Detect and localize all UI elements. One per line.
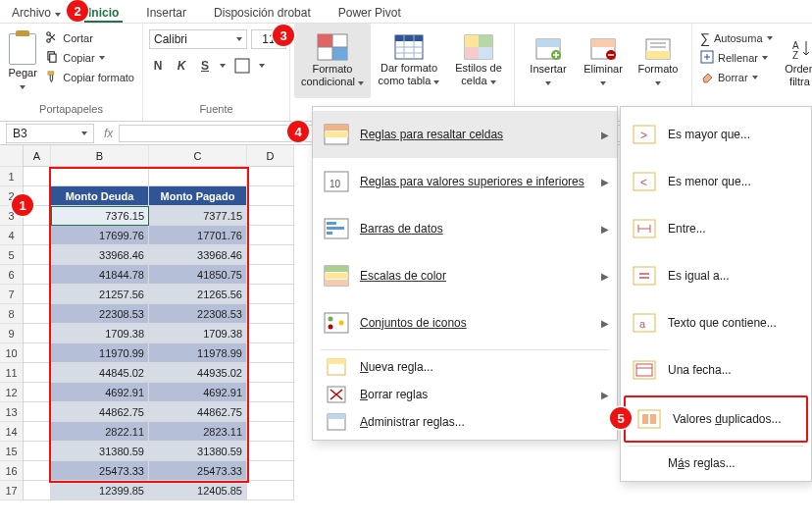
row-header[interactable]: 7	[0, 285, 23, 304]
cell[interactable]	[247, 422, 294, 442]
menu-top-bottom-rules[interactable]: 10 Reglas para valores superiores e infe…	[313, 158, 617, 205]
cell[interactable]	[24, 245, 51, 265]
fill-button[interactable]: Rellenar	[698, 49, 775, 67]
cell[interactable]	[24, 402, 51, 422]
cell[interactable]	[24, 285, 51, 304]
cell[interactable]	[247, 167, 294, 186]
cell[interactable]: 17699.76	[51, 226, 149, 245]
cell[interactable]: 31380.59	[51, 442, 149, 461]
row-header[interactable]: 8	[0, 304, 23, 324]
cell[interactable]	[51, 167, 149, 186]
menu-data-bars[interactable]: Barras de datos ▶	[313, 205, 617, 252]
cell[interactable]: 21257.56	[51, 285, 149, 304]
cell[interactable]	[24, 461, 51, 481]
cell[interactable]	[247, 461, 294, 481]
cell[interactable]	[24, 442, 51, 461]
menu-text-contains[interactable]: a Texto que contiene...	[621, 299, 811, 346]
menu-a-date[interactable]: Una fecha...	[621, 346, 811, 394]
menu-duplicate-values[interactable]: Valores duplicados...	[624, 395, 808, 443]
cell[interactable]	[247, 285, 294, 304]
row-header[interactable]: 1	[0, 167, 23, 186]
cell[interactable]: 4692.91	[149, 383, 247, 402]
tab-insertar[interactable]: Insertar	[142, 4, 190, 23]
cell[interactable]	[24, 481, 51, 500]
row-header[interactable]: 4	[0, 226, 23, 245]
cut-button[interactable]: Cortar	[43, 29, 136, 47]
menu-less-than[interactable]: < Es menor que...	[621, 158, 811, 205]
cell[interactable]: 41844.78	[51, 265, 149, 285]
cell[interactable]: 17701.76	[149, 226, 247, 245]
clear-button[interactable]: Borrar	[698, 69, 775, 86]
cell[interactable]: 2822.11	[51, 422, 149, 442]
underline-button[interactable]: S	[196, 57, 214, 75]
cell[interactable]: 12399.85	[51, 481, 149, 500]
row-header[interactable]: 6	[0, 265, 23, 285]
menu-between[interactable]: Entre...	[621, 205, 811, 252]
autosum-button[interactable]: ∑Autosuma	[698, 29, 775, 47]
conditional-formatting-button[interactable]: Formatocondicional	[294, 24, 371, 98]
cell[interactable]	[247, 363, 294, 383]
cell[interactable]	[247, 402, 294, 422]
cell[interactable]: 44935.02	[149, 363, 247, 383]
format-painter-button[interactable]: Copiar formato	[43, 69, 136, 86]
cell[interactable]: 25473.33	[51, 461, 149, 481]
menu-highlight-rules[interactable]: Reglas para resaltar celdas ▶	[313, 111, 617, 158]
menu-manage-rules[interactable]: Administrar reglas...	[313, 408, 617, 436]
cell[interactable]: 33968.46	[51, 245, 149, 265]
cell[interactable]: 25473.33	[149, 461, 247, 481]
sort-filter-button[interactable]: AZ Ordenfiltra	[779, 26, 812, 100]
cell[interactable]: 22308.53	[51, 304, 149, 324]
cell[interactable]	[247, 324, 294, 343]
italic-button[interactable]: K	[173, 57, 190, 75]
delete-cells-button[interactable]: Eliminar	[576, 26, 631, 100]
col-header[interactable]: D	[247, 145, 294, 167]
cell[interactable]	[24, 167, 51, 186]
row-header[interactable]: 16	[0, 461, 23, 481]
tab-archivo[interactable]: Archivo	[8, 4, 65, 23]
cell[interactable]: 11978.99	[149, 343, 247, 363]
cell[interactable]: 44862.75	[51, 402, 149, 422]
row-header[interactable]: 12	[0, 383, 23, 402]
cell[interactable]: 11970.99	[51, 343, 149, 363]
cell[interactable]: 2823.11	[149, 422, 247, 442]
row-header[interactable]: 14	[0, 422, 23, 442]
cell[interactable]: 44862.75	[149, 402, 247, 422]
tab-disposicion[interactable]: Disposición drobat	[210, 4, 315, 23]
cell[interactable]	[24, 383, 51, 402]
cell[interactable]	[24, 226, 51, 245]
cell[interactable]: 1709.38	[149, 324, 247, 343]
menu-color-scales[interactable]: Escalas de color ▶	[313, 252, 617, 299]
format-as-table-button[interactable]: Dar formatocomo tabla	[371, 24, 447, 98]
cell[interactable]	[247, 304, 294, 324]
cell[interactable]	[247, 186, 294, 206]
table-header-cell[interactable]: Monto Pagado	[149, 186, 247, 206]
format-cells-button[interactable]: Formato	[631, 26, 685, 100]
cell[interactable]: 4692.91	[51, 383, 149, 402]
bold-button[interactable]: N	[149, 57, 167, 75]
cell[interactable]: 31380.59	[149, 442, 247, 461]
cell[interactable]: 44845.02	[51, 363, 149, 383]
menu-new-rule[interactable]: Nueva regla...	[313, 353, 617, 381]
menu-more-rules[interactable]: Más reglas...	[621, 449, 811, 477]
cell[interactable]	[149, 167, 247, 186]
paste-button[interactable]: Pegar	[6, 26, 39, 100]
cell[interactable]	[247, 226, 294, 245]
row-header[interactable]: 15	[0, 442, 23, 461]
cell-styles-button[interactable]: Estilos decelda	[447, 24, 510, 98]
menu-icon-sets[interactable]: Conjuntos de iconos ▶	[313, 299, 617, 346]
cell[interactable]	[24, 304, 51, 324]
cell[interactable]	[24, 265, 51, 285]
copy-button[interactable]: Copiar	[43, 49, 136, 67]
menu-clear-rules[interactable]: Borrar reglas ▶	[313, 381, 617, 408]
cell[interactable]	[247, 206, 294, 226]
row-header[interactable]: 5	[0, 245, 23, 265]
cell[interactable]	[247, 265, 294, 285]
table-header-cell[interactable]: Monto Deuda	[51, 186, 149, 206]
insert-cells-button[interactable]: Insertar	[521, 26, 576, 100]
col-header[interactable]: B	[51, 145, 149, 167]
cell[interactable]: 22308.53	[149, 304, 247, 324]
cell[interactable]	[247, 245, 294, 265]
cell[interactable]	[24, 343, 51, 363]
row-header[interactable]: 17	[0, 481, 23, 500]
name-box[interactable]: B3	[6, 124, 94, 143]
